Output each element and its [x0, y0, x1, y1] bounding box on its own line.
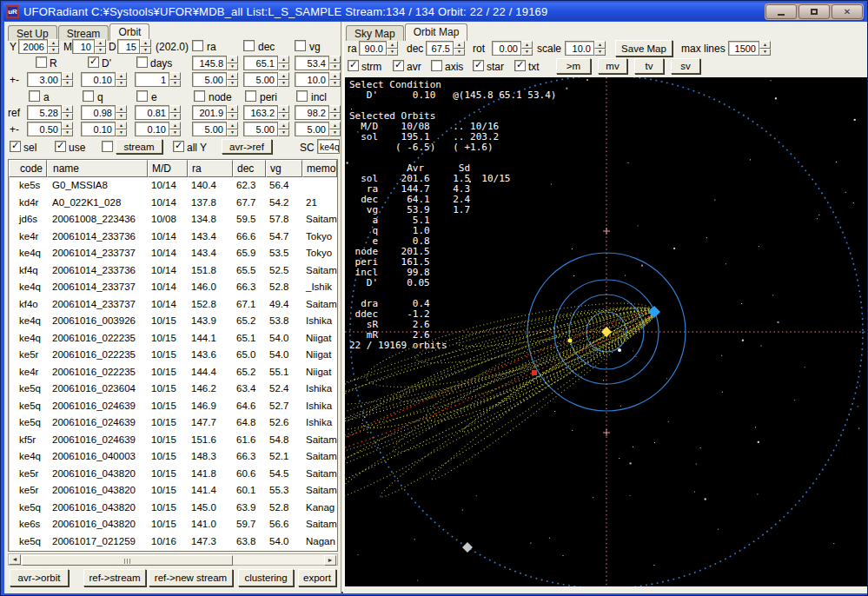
- ref-node-field-spin-down-button[interactable]: ▼: [227, 113, 238, 121]
- checkbox-sel[interactable]: [10, 141, 21, 152]
- map-scale-field-spin-up-button[interactable]: ▲: [594, 41, 606, 49]
- table-row[interactable]: kf4o20061014_23373710/14152.867.149.4Sai…: [9, 296, 337, 314]
- table-row[interactable]: ke5q20061016_04382010/15145.063.952.8Kan…: [9, 500, 337, 517]
- ref-q-field-spin-down-button[interactable]: ▼: [116, 113, 127, 121]
- incl-tol-field-spin-up-button[interactable]: ▲: [329, 122, 341, 129]
- tab-sky-map[interactable]: Sky Map: [346, 25, 404, 41]
- dprime-tol-field[interactable]: 0.10: [81, 72, 116, 87]
- q-tol-field-spin-up-button[interactable]: ▲: [116, 122, 127, 129]
- mv-button[interactable]: mv: [598, 58, 627, 74]
- day-field[interactable]: 15: [117, 39, 140, 54]
- map-rot-field[interactable]: 0.00: [492, 41, 521, 56]
- dec-tol-field-spin-up-button[interactable]: ▲: [278, 72, 289, 80]
- days-tol-field-spin-down-button[interactable]: ▼: [169, 80, 181, 88]
- map-scale-field-spin-down-button[interactable]: ▼: [594, 49, 606, 56]
- checkbox-dprime[interactable]: [88, 56, 99, 68]
- days-tol-field[interactable]: 1: [135, 72, 169, 87]
- dec-center-field-spin-up-button[interactable]: ▲: [278, 56, 289, 63]
- year-field-spin-up-button[interactable]: ▲: [48, 39, 59, 47]
- ref-a-field-spin-up-button[interactable]: ▲: [62, 105, 73, 113]
- table-header-cell-md[interactable]: M/D: [148, 160, 188, 177]
- scroll-thumb[interactable]: [22, 555, 233, 566]
- scroll-right-button[interactable]: ►: [324, 555, 336, 566]
- table-header-cell-vg[interactable]: vg: [266, 160, 302, 177]
- table-row[interactable]: ke5sG0_MSSIA810/14140.462.356.4: [9, 177, 337, 195]
- table-row[interactable]: ke4q20061016_00392610/15143.965.253.8Ish…: [9, 313, 337, 330]
- a-tol-field-spin-up-button[interactable]: ▲: [62, 122, 73, 129]
- tv-button[interactable]: tv: [634, 58, 664, 74]
- orbit-map-canvas[interactable]: Select Condition D' 0.10 @(145.8 65.1 53…: [345, 77, 867, 586]
- incl-tol-field-spin-down-button[interactable]: ▼: [329, 129, 341, 137]
- r-tol-field[interactable]: 3.00: [27, 72, 62, 87]
- ra-center-field-spin-up-button[interactable]: ▲: [227, 56, 238, 63]
- max-lines-field-spin-up-button[interactable]: ▲: [759, 41, 771, 49]
- table-header-cell-memo[interactable]: memo: [302, 160, 337, 177]
- h-scrollbar[interactable]: ◄ ►: [8, 553, 338, 566]
- ref-e-field[interactable]: 0.81: [135, 105, 169, 120]
- clustering-button[interactable]: clustering: [238, 569, 294, 586]
- ra-center-field[interactable]: 145.8: [192, 56, 227, 70]
- vg-center-field[interactable]: 53.4: [295, 56, 329, 70]
- checkbox-days[interactable]: [136, 56, 148, 68]
- max-lines-field-spin-down-button[interactable]: ▼: [759, 49, 771, 56]
- stream-button[interactable]: stream: [116, 139, 162, 154]
- checkbox-stream[interactable]: [102, 141, 113, 152]
- ra-center-field-spin-down-button[interactable]: ▼: [227, 63, 238, 71]
- table-row[interactable]: ke5r20061016_02223510/15143.665.054.0Nii…: [9, 347, 337, 364]
- map-ra-field-spin-down-button[interactable]: ▼: [387, 49, 398, 56]
- map-scale-field[interactable]: 10.0: [565, 41, 594, 56]
- table-row[interactable]: ke4q20061016_04000310/15148.366.352.1Sai…: [9, 448, 337, 466]
- peri-tol-field[interactable]: 5.00: [243, 122, 278, 136]
- dec-tol-field-spin-down-button[interactable]: ▼: [278, 80, 289, 88]
- days-tol-field-spin-up-button[interactable]: ▲: [169, 72, 181, 80]
- map-dec-field-spin-up-button[interactable]: ▲: [454, 41, 465, 49]
- scroll-left-button[interactable]: ◄: [9, 554, 21, 565]
- q-tol-field-spin-down-button[interactable]: ▼: [116, 129, 127, 137]
- checkbox-r[interactable]: [36, 56, 47, 68]
- checkbox-vg[interactable]: [295, 40, 306, 51]
- ra-tol-field[interactable]: 5.00: [192, 72, 227, 87]
- e-tol-field-spin-down-button[interactable]: ▼: [169, 129, 181, 137]
- max-lines-field[interactable]: 1500: [728, 41, 759, 56]
- map-dec-field-spin-down-button[interactable]: ▼: [454, 49, 465, 56]
- map-ra-field-spin-up-button[interactable]: ▲: [387, 41, 398, 49]
- export-button[interactable]: export: [298, 569, 336, 586]
- table-header-cell-code[interactable]: code: [9, 160, 47, 177]
- checkbox-peri[interactable]: [245, 90, 256, 102]
- checkbox-incl[interactable]: [296, 90, 308, 102]
- ref-e-field-spin-up-button[interactable]: ▲: [169, 105, 181, 113]
- checkbox-ra[interactable]: [192, 40, 203, 51]
- e-tol-field-spin-up-button[interactable]: ▲: [169, 122, 181, 129]
- ra-tol-field-spin-up-button[interactable]: ▲: [227, 72, 238, 80]
- ref-node-field[interactable]: 201.9: [192, 105, 227, 120]
- vg-center-field-spin-down-button[interactable]: ▼: [329, 63, 341, 71]
- r-tol-field-spin-down-button[interactable]: ▼: [62, 80, 73, 88]
- table-row[interactable]: ke5q20061016_02463910/15146.964.652.7Ish…: [9, 398, 337, 415]
- dprime-tol-field-spin-down-button[interactable]: ▼: [116, 80, 127, 88]
- r-tol-field-spin-up-button[interactable]: ▲: [62, 72, 73, 80]
- table-row[interactable]: kf4q20061014_23373610/14151.865.552.5Sai…: [9, 262, 337, 280]
- ref-e-field-spin-down-button[interactable]: ▼: [169, 113, 181, 121]
- dec-tol-field[interactable]: 5.00: [243, 72, 278, 87]
- checkbox-txt[interactable]: [514, 60, 526, 71]
- day-field-spin-down-button[interactable]: ▼: [140, 47, 151, 55]
- sc-field[interactable]: ke4q: [317, 139, 340, 154]
- map-dec-field[interactable]: 67.5: [426, 41, 454, 56]
- window-titlebar[interactable]: uR UFORadiant C:¥Systools¥UFOR¥MDB_all L…: [3, 3, 865, 21]
- table-row[interactable]: ke5q20061017_02125910/16147.363.854.0Nag…: [9, 533, 337, 551]
- tab-orbit[interactable]: Orbit: [109, 23, 149, 41]
- checkbox-a[interactable]: [29, 90, 40, 102]
- table-row[interactable]: jd6s20061008_22343610/08134.859.557.8Sai…: [9, 211, 337, 228]
- table-row[interactable]: ke4q20061014_23373710/14146.066.352.8_Is…: [9, 279, 337, 296]
- checkbox-axis[interactable]: [431, 60, 442, 71]
- node-tol-field-spin-up-button[interactable]: ▲: [227, 122, 238, 129]
- map-rot-field-spin-down-button[interactable]: ▼: [521, 49, 533, 56]
- dprime-tol-field-spin-up-button[interactable]: ▲: [116, 72, 127, 80]
- dec-center-field-spin-down-button[interactable]: ▼: [278, 63, 289, 71]
- vg-tol-field-spin-down-button[interactable]: ▼: [329, 80, 341, 88]
- table-header-cell-ra[interactable]: ra: [188, 160, 233, 177]
- e-tol-field[interactable]: 0.10: [135, 122, 169, 136]
- maximize-button[interactable]: [798, 4, 830, 19]
- q-tol-field[interactable]: 0.10: [81, 122, 116, 136]
- table-row[interactable]: ke5q20061016_02360410/15146.263.452.4Ish…: [9, 381, 337, 398]
